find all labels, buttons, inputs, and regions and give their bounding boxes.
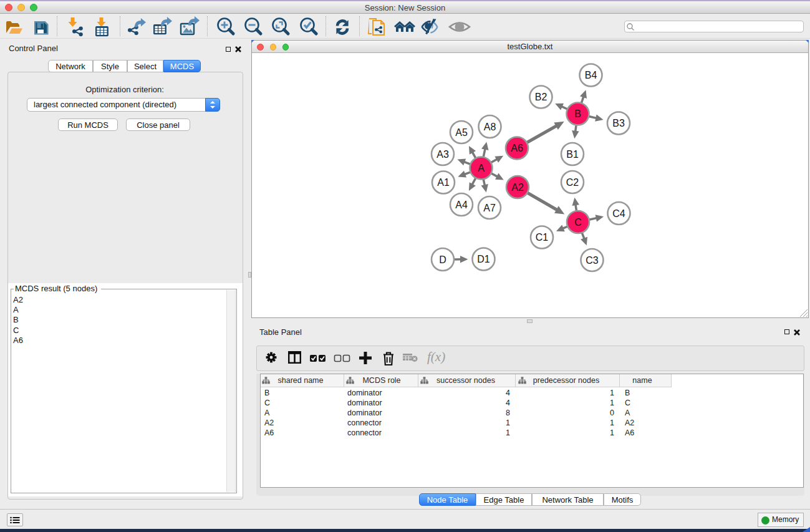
svg-text:A2: A2	[511, 182, 524, 193]
svg-text:A7: A7	[483, 203, 496, 213]
svg-text:B2: B2	[535, 92, 547, 102]
svg-text:A4: A4	[455, 200, 468, 210]
svg-text:A: A	[478, 163, 485, 173]
svg-text:C2: C2	[566, 177, 579, 188]
svg-text:C: C	[574, 217, 582, 228]
svg-text:A3: A3	[436, 149, 449, 160]
svg-text:C3: C3	[586, 255, 599, 266]
svg-text:C4: C4	[612, 208, 625, 219]
svg-text:A6: A6	[511, 143, 523, 153]
svg-text:B1: B1	[566, 149, 579, 160]
svg-text:C1: C1	[536, 232, 549, 243]
svg-text:B3: B3	[612, 118, 625, 128]
svg-text:D1: D1	[477, 254, 490, 264]
svg-text:A8: A8	[484, 122, 496, 132]
svg-text:B4: B4	[585, 70, 597, 80]
svg-text:D: D	[439, 254, 446, 265]
svg-text:A1: A1	[437, 177, 450, 188]
svg-text:B: B	[574, 109, 581, 119]
svg-text:A5: A5	[455, 127, 468, 138]
